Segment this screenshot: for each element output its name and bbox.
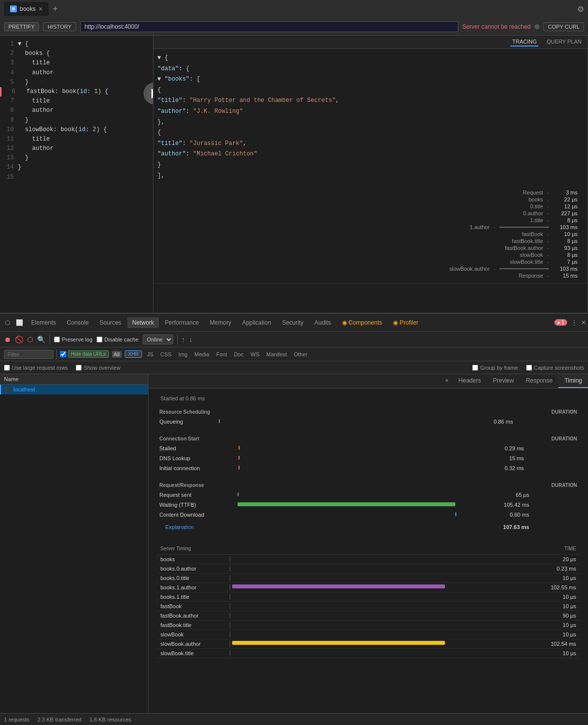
network-item-localhost[interactable]: localhost xyxy=(0,385,148,394)
disable-cache-checkbox[interactable] xyxy=(97,337,102,342)
tab-security[interactable]: Security xyxy=(277,317,308,328)
hide-urls-checkbox[interactable]: Hide data URLs xyxy=(60,350,109,358)
large-rows-checkbox[interactable] xyxy=(4,365,10,371)
tab-profiler[interactable]: ◉ Profiler xyxy=(388,317,423,328)
settings-icon[interactable]: ⚙ xyxy=(577,4,584,14)
filter-xhr[interactable]: XHR xyxy=(125,350,142,358)
filter-css[interactable]: CSS xyxy=(158,351,174,358)
json-line: ], xyxy=(157,171,584,182)
new-tab-button[interactable]: + xyxy=(50,4,60,14)
connection-start-header: Connection Start DURATION xyxy=(157,432,579,443)
search-icon[interactable]: 🔍 xyxy=(37,336,46,343)
divider xyxy=(230,641,230,647)
filter-manifest[interactable]: Manifest xyxy=(264,351,289,358)
tab-application[interactable]: Application xyxy=(237,317,276,328)
capture-screenshots-checkbox[interactable] xyxy=(526,365,532,371)
timing-content: Started at 0.86 ms Resource Scheduling D… xyxy=(148,388,588,662)
show-overview-option[interactable]: Show overview xyxy=(76,365,120,371)
code-editor-panel: 1▼ { 2 books { 3 title 4 author 5 } 6 fa… xyxy=(0,36,153,313)
hide-urls-check[interactable] xyxy=(60,351,66,357)
preserve-log-checkbox[interactable] xyxy=(54,337,60,342)
filter-input[interactable] xyxy=(4,350,53,359)
tab-memory[interactable]: Memory xyxy=(205,317,236,328)
network-item-name: localhost xyxy=(13,387,35,392)
close-devtools-icon[interactable]: ✕ xyxy=(581,319,586,326)
separator-1 xyxy=(49,335,50,344)
export-icon[interactable]: ↓ xyxy=(189,336,193,343)
clear-icon[interactable]: 🚫 xyxy=(15,336,23,343)
divider xyxy=(230,613,230,619)
capture-screenshots-option[interactable]: Capture screenshots xyxy=(526,365,585,371)
server-status: Server cannot be reached xyxy=(462,23,531,30)
timing-row-slowbook-author: slowBook.author - 103 ms xyxy=(153,265,588,272)
filter-js[interactable]: JS xyxy=(145,351,155,358)
filter-other[interactable]: Other xyxy=(292,351,310,358)
json-line: ▼ { xyxy=(157,53,584,64)
code-line-8: 8 author xyxy=(0,106,153,115)
network-list-header: Name xyxy=(0,374,148,385)
timing-row-queueing: Queueing 0.86 ms xyxy=(157,417,579,426)
duration-label-2: DURATION xyxy=(527,432,579,443)
history-button[interactable]: HISTORY xyxy=(43,22,76,31)
json-line: ▼ "books": [ xyxy=(157,74,584,85)
copy-curl-button[interactable]: COPY CURL xyxy=(543,22,584,31)
resource-scheduling-header: Resource Scheduling DURATION xyxy=(157,405,579,416)
group-by-frame-checkbox[interactable] xyxy=(472,365,478,371)
preserve-log-label[interactable]: Preserve log xyxy=(54,337,93,342)
books-1-author-bar xyxy=(232,584,445,588)
tab-audits[interactable]: Audits xyxy=(309,317,336,328)
filter-icon[interactable]: ⬡ xyxy=(27,336,33,343)
vertical-dots-icon[interactable]: ⋮ xyxy=(571,319,577,326)
tab-elements[interactable]: Elements xyxy=(26,317,61,328)
timing-row-initial-connection: Initial connection 0.32 ms xyxy=(157,464,579,473)
detail-panel: × Headers Preview Response Timing Starte… xyxy=(148,374,588,725)
tab-components[interactable]: ◉ Components xyxy=(337,317,387,328)
tab-close-button[interactable]: × xyxy=(39,5,43,13)
record-icon[interactable]: ⏺ xyxy=(4,336,11,343)
total-duration: 107.63 ms xyxy=(484,520,532,534)
explanation-link[interactable]: Explanation xyxy=(161,522,198,532)
use-large-rows-option[interactable]: Use large request rows xyxy=(4,365,68,371)
tab-preview[interactable]: Preview xyxy=(487,374,520,388)
tab-performance[interactable]: Performance xyxy=(160,317,204,328)
responsive-icon[interactable]: ⬜ xyxy=(14,319,25,326)
url-bar: PRETTIFY HISTORY Server cannot be reache… xyxy=(0,18,588,36)
filter-doc[interactable]: Doc xyxy=(232,351,246,358)
filter-ws[interactable]: WS xyxy=(248,351,261,358)
import-icon[interactable]: ↑ xyxy=(182,336,185,343)
tracing-header: TRACING QUERY PLAN xyxy=(153,36,588,49)
tab-network[interactable]: Network xyxy=(127,317,159,328)
timing-total-row: Explanation 107.63 ms xyxy=(157,520,579,534)
prettify-button[interactable]: PRETTIFY xyxy=(4,22,39,31)
code-line-5: 5 } xyxy=(0,78,153,87)
throttle-select[interactable]: Online xyxy=(143,335,173,344)
tab-headers[interactable]: Headers xyxy=(452,374,487,388)
show-overview-checkbox[interactable] xyxy=(76,365,82,371)
tab-sources[interactable]: Sources xyxy=(95,317,126,328)
request-response-header: Request/Response DURATION xyxy=(157,479,579,489)
json-line: "title": "Jurassic Park", xyxy=(157,139,584,149)
filter-media[interactable]: Media xyxy=(193,351,211,358)
queueing-bar xyxy=(219,419,220,423)
browser-tab[interactable]: B books × xyxy=(4,2,49,16)
divider xyxy=(230,603,230,609)
timing-row-response: Response - 15 ms xyxy=(153,272,588,279)
disable-cache-label[interactable]: Disable cache xyxy=(97,337,139,342)
tracing-tab[interactable]: TRACING xyxy=(510,38,539,47)
server-timing-slowbook-title: slowBook.title 10 μs xyxy=(156,649,580,658)
tab-console[interactable]: Console xyxy=(62,317,94,328)
cursor-icon[interactable]: ⬡ xyxy=(2,319,13,326)
browser-tab-bar: B books × + ⚙ xyxy=(0,0,588,18)
detail-close-button[interactable]: × xyxy=(441,374,452,388)
query-plan-tab[interactable]: QUERY PLAN xyxy=(544,38,584,47)
tab-response[interactable]: Response xyxy=(520,374,558,388)
url-input[interactable] xyxy=(80,21,458,32)
filter-img[interactable]: Img xyxy=(176,351,189,358)
server-timing-slowbook-author: slowBook.author 102.54 ms xyxy=(156,639,580,649)
server-timing-fastbook-title: fastBook.title 10 μs xyxy=(156,621,580,630)
filter-all[interactable]: All xyxy=(112,351,122,358)
group-by-frame-option[interactable]: Group by frame xyxy=(472,365,518,371)
server-timing-books-1-author: books.1.author 102.55 ms xyxy=(156,583,580,592)
tab-timing[interactable]: Timing xyxy=(558,374,588,388)
filter-font[interactable]: Font xyxy=(214,351,229,358)
